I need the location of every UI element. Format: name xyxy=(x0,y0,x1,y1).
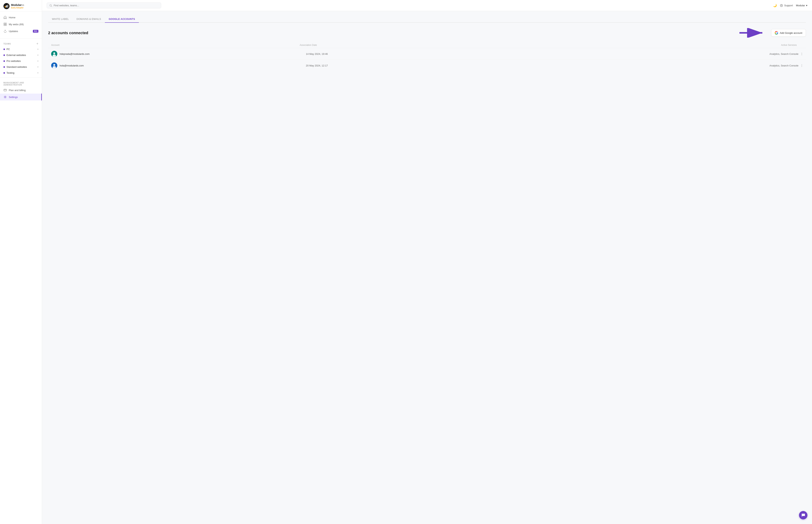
team-dot xyxy=(3,72,5,74)
sidebar-item-my-webs[interactable]: My webs (69) xyxy=(0,21,42,28)
svg-line-16 xyxy=(780,6,781,6)
updates-icon xyxy=(3,29,7,33)
sidebar-team-pc[interactable]: PC ▾ xyxy=(0,46,42,52)
logo-text: ModularDS Early Adopter xyxy=(11,3,24,9)
support-button[interactable]: Support xyxy=(780,4,793,7)
sidebar-item-updates[interactable]: Updates 511 xyxy=(0,28,42,35)
tab-domains-emails[interactable]: DOMAINS & EMAILS xyxy=(73,16,105,23)
account-email-1: hdeprada@modulards.com xyxy=(60,52,306,55)
main-area: 🌙 Support Modular ▾ WH xyxy=(42,0,812,524)
table-row: hdeprada@modulards.com 14 May 2024, 19:4… xyxy=(48,48,806,60)
col-header-date: Association Date xyxy=(300,44,548,46)
row-menu-button-1[interactable] xyxy=(801,52,803,56)
accounts-header: 2 accounts connected xyxy=(48,28,806,38)
chevron-down-icon: ▾ xyxy=(37,48,38,50)
avatar xyxy=(51,51,57,57)
credit-card-icon xyxy=(3,88,7,92)
user-name: Modular xyxy=(796,4,805,7)
account-email-2: hola@modulards.com xyxy=(60,64,306,67)
chevron-down-icon: ▾ xyxy=(37,54,38,56)
team-external-websites-label: External websites xyxy=(6,54,26,56)
content-area: WHITE LABEL DOMAINS & EMAILS GOOGLE ACCO… xyxy=(42,11,812,524)
svg-line-14 xyxy=(780,4,781,5)
svg-line-11 xyxy=(51,6,52,7)
google-g-icon xyxy=(775,31,778,35)
svg-point-13 xyxy=(781,5,782,6)
team-dot xyxy=(3,54,5,56)
sidebar-team-external-websites[interactable]: External websites ▾ xyxy=(0,52,42,58)
add-team-button[interactable]: + xyxy=(36,42,38,46)
settings-tabs: WHITE LABEL DOMAINS & EMAILS GOOGLE ACCO… xyxy=(48,16,806,23)
sidebar-item-settings[interactable]: Settings xyxy=(0,94,42,100)
chevron-down-icon: ▾ xyxy=(37,60,38,62)
topbar: 🌙 Support Modular ▾ xyxy=(42,0,812,11)
user-menu[interactable]: Modular ▾ xyxy=(796,4,808,7)
teams-section-header: TEAMS + xyxy=(0,40,42,46)
home-icon xyxy=(3,16,7,19)
sidebar-team-pro-websites[interactable]: Pro websites ▾ xyxy=(0,58,42,64)
gear-icon xyxy=(3,95,7,99)
sidebar-item-plan-billing[interactable]: Plan and billing xyxy=(0,87,42,94)
add-google-account-button[interactable]: Add Google account xyxy=(771,29,806,37)
svg-rect-1 xyxy=(6,5,7,7)
chat-icon xyxy=(801,513,805,517)
updates-badge: 511 xyxy=(33,30,38,33)
team-standard-websites-label: Standard websites xyxy=(6,65,27,68)
chevron-down-icon: ▾ xyxy=(37,66,38,68)
tab-white-label[interactable]: WHITE LABEL xyxy=(48,16,73,23)
svg-rect-0 xyxy=(5,6,6,7)
sidebar-team-testing[interactable]: Testing ▾ xyxy=(0,70,42,76)
sidebar-team-standard-websites[interactable]: Standard websites ▾ xyxy=(0,64,42,70)
svg-point-23 xyxy=(53,64,55,66)
logo-name: ModularDS xyxy=(11,3,24,7)
sidebar-item-plan-billing-label: Plan and billing xyxy=(9,89,26,92)
sidebar-item-updates-label: Updates xyxy=(9,30,18,33)
table-row: hola@modulards.com 20 May 2024, 12:17 An… xyxy=(48,60,806,71)
search-bar[interactable] xyxy=(47,2,161,9)
sidebar-item-home-label: Home xyxy=(9,16,15,19)
tab-google-accounts[interactable]: GOOGLE ACCOUNTS xyxy=(105,16,139,23)
avatar-icon xyxy=(51,63,57,68)
account-services-1: Analytics, Search Console xyxy=(552,52,801,55)
avatar-icon xyxy=(51,51,57,57)
dark-mode-toggle[interactable]: 🌙 xyxy=(773,4,777,7)
col-header-account: Account xyxy=(51,44,300,46)
team-dot xyxy=(3,60,5,62)
svg-rect-6 xyxy=(5,24,6,26)
svg-rect-2 xyxy=(7,5,8,7)
svg-line-15 xyxy=(782,4,782,5)
sidebar-item-my-webs-label: My webs (69) xyxy=(9,23,24,26)
account-date-1: 14 May 2024, 19:46 xyxy=(306,52,552,55)
svg-rect-5 xyxy=(4,24,5,26)
row-menu-button-2[interactable] xyxy=(801,64,803,68)
sidebar-item-home[interactable]: Home xyxy=(0,14,42,21)
team-pc-label: PC xyxy=(6,48,10,51)
svg-rect-3 xyxy=(4,23,5,24)
team-dot xyxy=(3,49,5,50)
account-date-2: 20 May 2024, 12:17 xyxy=(306,64,552,67)
user-chevron-icon: ▾ xyxy=(806,4,808,7)
search-icon xyxy=(49,4,52,7)
team-pro-websites-label: Pro websites xyxy=(6,60,21,63)
svg-point-9 xyxy=(5,97,6,98)
svg-rect-4 xyxy=(5,23,6,24)
table-header: Account Association Date Active Services xyxy=(48,42,806,48)
account-services-2: Analytics, Search Console xyxy=(552,64,801,67)
add-google-account-label: Add Google account xyxy=(780,32,802,34)
team-dot xyxy=(3,66,5,68)
chevron-down-icon: ▾ xyxy=(37,72,38,74)
logo-area: ModularDS Early Adopter xyxy=(0,0,42,12)
team-testing-label: Testing xyxy=(6,71,14,74)
svg-rect-7 xyxy=(4,89,6,91)
svg-line-17 xyxy=(782,6,782,6)
logo-badge: Early Adopter xyxy=(11,7,24,9)
svg-point-20 xyxy=(53,52,55,54)
sidebar: ModularDS Early Adopter Home xyxy=(0,0,42,524)
search-input[interactable] xyxy=(54,4,158,7)
col-header-services: Active Services xyxy=(548,44,803,46)
arrow-annotation: Add Google account xyxy=(738,28,806,38)
chat-support-button[interactable] xyxy=(799,511,808,520)
annotation-arrow xyxy=(738,28,768,38)
avatar xyxy=(51,63,57,68)
sidebar-item-settings-label: Settings xyxy=(9,96,18,99)
